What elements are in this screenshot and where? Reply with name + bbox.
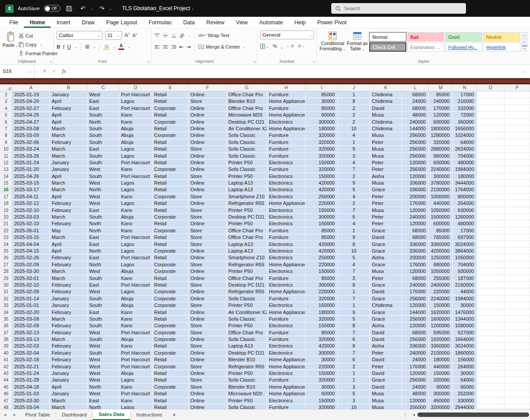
cell[interactable]: Retail — [152, 139, 189, 146]
cell[interactable]: Corporate — [152, 268, 189, 275]
cell[interactable] — [477, 139, 504, 146]
cell[interactable] — [504, 282, 530, 288]
cell[interactable] — [504, 234, 530, 241]
merge-center-dropdown-icon[interactable]: ⌄ — [243, 45, 246, 49]
cell[interactable]: Sofa Classic — [227, 153, 267, 159]
column-header-a[interactable]: A — [12, 84, 50, 91]
cell[interactable]: Port Harcourt — [119, 173, 152, 180]
bold-button[interactable]: B — [57, 44, 60, 50]
cell[interactable]: January — [50, 295, 87, 302]
cell-style-good[interactable]: Good — [445, 32, 482, 42]
cell[interactable]: 9 — [338, 309, 370, 316]
cell[interactable] — [504, 214, 530, 220]
cell[interactable]: 8 — [338, 98, 370, 105]
cell[interactable]: Corporate — [152, 363, 189, 370]
cell[interactable]: 256000 — [402, 295, 429, 302]
cell[interactable]: 17000 — [453, 91, 477, 98]
cell[interactable]: 697000 — [453, 234, 477, 241]
cell[interactable]: East — [87, 207, 119, 214]
cell[interactable]: 1920000 — [429, 336, 453, 343]
cell[interactable]: Musa — [370, 132, 402, 139]
cell[interactable]: 3864000 — [453, 248, 477, 254]
row-header-21[interactable]: 21 — [0, 220, 12, 227]
cell[interactable]: 3024000 — [453, 343, 477, 349]
row-header-19[interactable]: 19 — [0, 207, 12, 214]
cell[interactable]: David — [370, 105, 402, 112]
cell[interactable]: Smartphone Z10 — [227, 193, 267, 200]
cell[interactable]: Retail — [152, 153, 189, 159]
cell[interactable] — [504, 350, 530, 356]
cell[interactable]: 1024000 — [453, 132, 477, 139]
cell[interactable] — [477, 404, 504, 409]
cell[interactable]: 68000 — [402, 329, 429, 336]
row-header-20[interactable]: 20 — [0, 214, 12, 220]
cell[interactable]: February — [50, 207, 87, 214]
cell[interactable]: Sofa Classic — [227, 132, 267, 139]
cell[interactable] — [477, 180, 504, 186]
cell[interactable]: Musa — [370, 112, 402, 118]
cell[interactable] — [477, 119, 504, 125]
cell[interactable]: 3444000 — [453, 180, 477, 186]
sheet-nav-right-icon[interactable]: ► — [10, 409, 19, 420]
cell[interactable]: Printer P50 — [227, 322, 267, 329]
cell[interactable]: 1080000 — [453, 322, 477, 329]
cell[interactable]: North — [87, 248, 119, 254]
horizontal-scrollbar[interactable]: ◄ — [412, 409, 529, 420]
cell[interactable]: Kano — [119, 112, 152, 118]
paste-button[interactable]: Paste⌄ — [3, 30, 19, 58]
cell[interactable]: 120000 — [402, 268, 429, 275]
cell[interactable]: 1050000 — [429, 268, 453, 275]
cell[interactable]: February — [50, 329, 87, 336]
cell[interactable] — [504, 91, 530, 98]
cell[interactable]: 2025-02-10 — [12, 220, 50, 227]
cell[interactable]: 120000 — [402, 207, 429, 214]
cell[interactable]: Retail — [152, 397, 189, 404]
row-header-3[interactable]: 3 — [0, 98, 12, 105]
cell[interactable]: Kano — [119, 343, 152, 349]
cell[interactable]: Home Appliances — [267, 125, 306, 132]
cell[interactable]: 300000 — [429, 173, 453, 180]
row-header-30[interactable]: 30 — [0, 282, 12, 288]
cell[interactable]: Laptop A13 — [227, 186, 267, 193]
cell[interactable]: David — [370, 370, 402, 377]
cell[interactable]: David — [370, 356, 402, 363]
cell[interactable]: 176000 — [402, 200, 429, 207]
cell[interactable] — [477, 343, 504, 349]
cell[interactable]: Kano — [119, 220, 152, 227]
cell[interactable]: Furniture — [267, 227, 306, 234]
cell[interactable]: North — [87, 227, 119, 234]
cell[interactable]: North — [87, 404, 119, 409]
cell[interactable]: 176000 — [402, 261, 429, 268]
cell[interactable]: Kano — [119, 227, 152, 234]
cell[interactable]: 240000 — [402, 350, 429, 356]
cell[interactable]: 64000 — [453, 139, 477, 146]
cell[interactable]: East — [87, 397, 119, 404]
cell[interactable]: 120000 — [402, 370, 429, 377]
cell[interactable] — [504, 275, 530, 282]
cell[interactable]: Grace — [370, 261, 402, 268]
cell[interactable]: Online — [189, 220, 227, 227]
cell[interactable]: 2025-02-10 — [12, 207, 50, 214]
cell[interactable]: West — [87, 377, 119, 383]
cell[interactable]: West — [87, 343, 119, 349]
cell[interactable] — [504, 166, 530, 173]
cell[interactable]: 150000 — [306, 173, 338, 180]
cell[interactable]: Retail — [152, 377, 189, 383]
cell[interactable] — [504, 268, 530, 275]
cell[interactable]: 150000 — [429, 370, 453, 377]
cell[interactable]: Blender B10 — [227, 98, 267, 105]
cell[interactable]: 595000 — [429, 329, 453, 336]
cell[interactable]: 256000 — [402, 166, 429, 173]
cell[interactable]: Lagos — [119, 288, 152, 295]
redo-icon[interactable]: ↷ — [97, 4, 107, 13]
cell[interactable]: 85000 — [306, 234, 338, 241]
cell[interactable]: 2025-04-27 — [12, 119, 50, 125]
cell[interactable]: Laptop A13 — [227, 241, 267, 248]
cell[interactable]: West — [87, 356, 119, 363]
cell[interactable] — [477, 227, 504, 234]
row-header-8[interactable]: 8 — [0, 132, 12, 139]
row-header-43[interactable]: 43 — [0, 370, 12, 377]
formula-input[interactable] — [71, 64, 519, 78]
cell[interactable]: 1250000 — [429, 254, 453, 261]
cell[interactable]: Electronics — [267, 343, 306, 349]
